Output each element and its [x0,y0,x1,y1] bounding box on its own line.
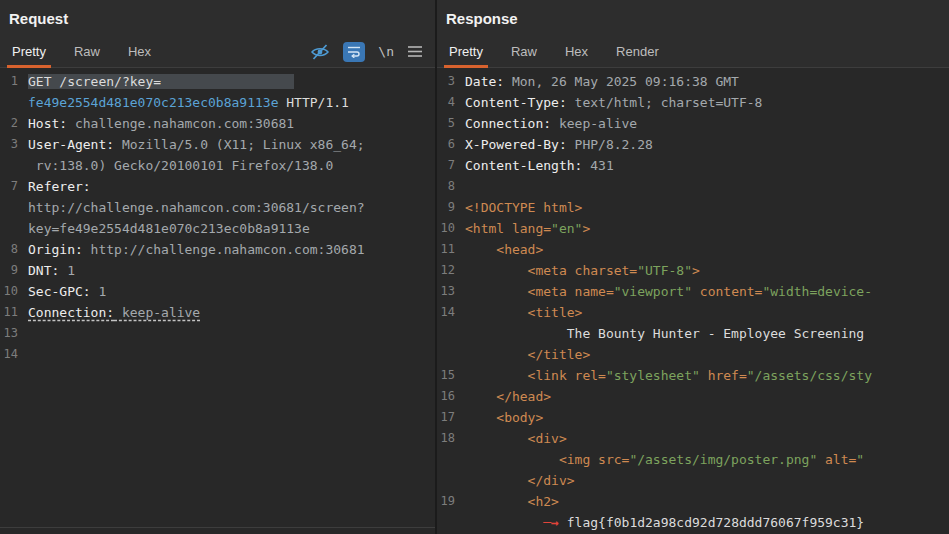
response-line: 17 <body> [437,407,949,428]
syntax-token: <meta charset= [465,263,637,278]
response-tab-pretty[interactable]: Pretty [439,36,493,67]
code-text: http://challenge.nahamcon.com:30681/scre… [24,197,435,218]
syntax-token: Host: [28,116,67,131]
code-text: The Bounty Hunter - Employee Screening [461,323,949,344]
request-line: 9DNT: 1 [0,260,435,281]
line-number: 11 [0,302,24,323]
syntax-token: <title> [465,305,582,320]
request-panel-title: Request [0,0,435,36]
code-text: <title> [461,302,949,323]
syntax-token: Sec-GPC: [28,284,91,299]
line-number: 4 [437,92,461,113]
response-line: ─→ flag{f0b1d2a98cd92d728ddd76067f959c31… [437,512,949,533]
syntax-token: 1 [59,263,75,278]
syntax-token [161,74,294,89]
line-number: 8 [0,239,24,260]
newline-chars-toggle[interactable]: \n [378,44,394,59]
request-tab-pretty[interactable]: Pretty [2,36,56,67]
code-text: <link rel="stylesheet" href="/assets/css… [461,365,949,386]
syntax-token: fe49e2554d481e070c213ec0b8a9113e [28,95,278,110]
request-panel: Request PrettyRawHex [0,0,435,534]
syntax-token: rv:138.0) Gecko/20100101 Firefox/138.0 [28,158,333,173]
syntax-token: <link rel= [465,368,606,383]
line-number: 17 [437,407,461,428]
code-text: <meta name="viewport" content="width=dev… [461,281,949,302]
request-editor[interactable]: 1GET /screen/?key= fe49e2554d481e070c213… [0,68,435,527]
code-text: <div> [461,428,949,449]
response-line: 10<html lang="en"> [437,218,949,239]
syntax-token: text/html; charset=UTF-8 [567,95,763,110]
response-line: 15 <link rel="stylesheet" href="/assets/… [437,365,949,386]
line-number: 10 [0,281,24,302]
code-text: rv:138.0) Gecko/20100101 Firefox/138.0 [24,155,435,176]
request-tab-hex[interactable]: Hex [118,36,161,67]
request-line: 3User-Agent: Mozilla/5.0 (X11; Linux x86… [0,134,435,155]
code-text: Connection: keep-alive [461,113,949,134]
line-number [0,218,24,239]
syntax-token: flag{f0b1d2a98cd92d728ddd76067f959c31} [567,515,864,530]
response-tab-hex[interactable]: Hex [555,36,598,67]
code-text: <body> [461,407,949,428]
response-line: 3Date: Mon, 26 May 2025 09:16:38 GMT [437,71,949,92]
code-text: <html lang="en"> [461,218,949,239]
syntax-token: "viewport" [614,284,692,299]
syntax-token: content= [692,284,762,299]
menu-icon[interactable] [407,45,423,58]
line-number: 3 [437,71,461,92]
syntax-token: </head> [465,389,551,404]
line-number [437,323,461,344]
line-number: 7 [0,176,24,197]
request-line: fe49e2554d481e070c213ec0b8a9113e HTTP/1.… [0,92,435,113]
line-number: 5 [437,113,461,134]
response-tab-raw[interactable]: Raw [501,36,547,67]
response-line: 19 <h2> [437,491,949,512]
syntax-token: "/assets/css/sty [747,368,872,383]
repeater-message-view: Request PrettyRawHex [0,0,949,534]
code-text [24,344,435,365]
syntax-token: "UTF-8" [637,263,692,278]
code-text: User-Agent: Mozilla/5.0 (X11; Linux x86_… [24,134,435,155]
response-editor[interactable]: 3Date: Mon, 26 May 2025 09:16:38 GMT4Con… [437,68,949,534]
syntax-token: DNT: [28,263,59,278]
soft-wrap-toggle-icon[interactable] [343,42,365,62]
line-number: 14 [0,344,24,365]
syntax-token: </title> [465,347,590,362]
line-number [437,512,461,533]
hide-headers-eye-off-icon[interactable] [310,43,330,61]
syntax-token: "en" [551,221,582,236]
syntax-token: Content-Type: [465,95,567,110]
response-line: </div> [437,470,949,491]
syntax-token: Mozilla/5.0 (X11; Linux x86_64; [114,137,364,152]
request-line: rv:138.0) Gecko/20100101 Firefox/138.0 [0,155,435,176]
line-number [437,449,461,470]
syntax-token: "width=device- [762,284,872,299]
line-number: 3 [0,134,24,155]
line-number [0,197,24,218]
response-line: 14 <title> [437,302,949,323]
request-tabbar: PrettyRawHex \n [0,36,435,68]
syntax-token: User-Agent: [28,137,114,152]
line-number [0,155,24,176]
syntax-token: Referer: [28,179,91,194]
code-text: DNT: 1 [24,260,435,281]
request-toolbar: \n [310,36,435,67]
response-panel: Response PrettyRawHexRender 3Date: Mon, … [437,0,949,534]
code-text: X-Powered-By: PHP/8.2.28 [461,134,949,155]
syntax-token: The Bounty Hunter - Employee Screening [465,326,864,341]
line-number: 10 [437,218,461,239]
request-panel-footer [0,527,435,534]
code-text [461,176,949,197]
syntax-token: Mon, 26 May 2025 09:16:38 GMT [504,74,739,89]
syntax-token: X-Powered-By: [465,137,567,152]
syntax-token: href= [700,368,747,383]
response-tab-render[interactable]: Render [606,36,669,67]
syntax-token: Content-Length: [465,158,582,173]
response-line: <img src="/assets/img/poster.png" alt=" [437,449,949,470]
line-number: 13 [0,323,24,344]
request-tab-raw[interactable]: Raw [64,36,110,67]
code-text: Date: Mon, 26 May 2025 09:16:38 GMT [461,71,949,92]
line-number: 7 [437,155,461,176]
syntax-token: <body> [465,410,543,425]
syntax-token: <head> [465,242,543,257]
line-number: 2 [0,113,24,134]
